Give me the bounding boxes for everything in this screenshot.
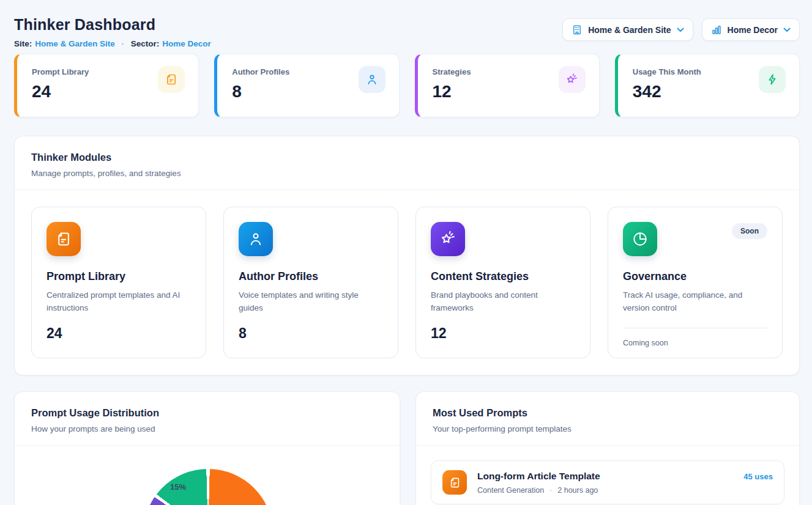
site-selector-label: Home & Garden Site	[588, 25, 671, 35]
header: Thinker Dashboard Site: Home & Garden Si…	[14, 15, 800, 48]
stat-card-author-profiles: Author Profiles 8	[214, 54, 399, 117]
stat-card-usage: Usage This Month 342	[615, 54, 800, 117]
prompt-category: Content Generation	[477, 486, 544, 495]
module-title: Author Profiles	[239, 270, 383, 283]
usage-donut-chart: 15%	[143, 469, 273, 505]
document-icon	[47, 222, 81, 256]
stats-row: Prompt Library 24 Author Profiles 8	[14, 54, 800, 117]
bar-chart-icon	[711, 24, 722, 35]
module-title: Governance	[623, 270, 767, 283]
module-card-author-profiles[interactable]: Author Profiles Voice templates and writ…	[223, 207, 398, 358]
sparkle-star-icon	[559, 66, 586, 93]
stat-card-strategies: Strategies 12	[415, 54, 600, 117]
module-card-prompt-library[interactable]: Prompt Library Centralized prompt templa…	[31, 207, 206, 358]
usage-distribution-panel: Prompt Usage Distribution How your promp…	[14, 391, 400, 505]
lightning-icon	[759, 66, 786, 93]
prompt-time: 2 hours ago	[557, 486, 598, 495]
module-count: 8	[239, 325, 383, 342]
prompt-list-item[interactable]: Long-form Article Template Content Gener…	[431, 460, 784, 504]
breadcrumb: Site: Home & Garden Site · Sector: Home …	[14, 39, 211, 48]
soon-badge: Soon	[732, 223, 767, 239]
module-description: Track AI usage, compliance, and version …	[623, 289, 767, 315]
header-selectors: Home & Garden Site Home Decor	[562, 18, 800, 41]
usage-title: Prompt Usage Distribution	[31, 407, 383, 419]
module-card-content-strategies[interactable]: Content Strategies Brand playbooks and c…	[415, 207, 590, 358]
prompt-title: Long-form Article Template	[477, 471, 733, 482]
document-icon	[158, 66, 185, 93]
site-label: Site:	[14, 39, 32, 48]
most-used-prompts-panel: Most Used Prompts Your top-performing pr…	[415, 391, 800, 505]
module-description: Centralized prompt templates and AI inst…	[47, 289, 191, 315]
prompts-panel-header: Most Used Prompts Your top-performing pr…	[416, 392, 799, 446]
separator-dot: ·	[549, 486, 552, 495]
module-count: 12	[431, 325, 575, 342]
prompts-list: Long-form Article Template Content Gener…	[416, 446, 799, 505]
header-left: Thinker Dashboard Site: Home & Garden Si…	[14, 15, 211, 48]
modules-subtitle: Manage prompts, profiles, and strategies	[31, 169, 783, 178]
sector-label: Sector:	[131, 39, 160, 48]
module-description: Brand playbooks and content frameworks	[431, 289, 575, 315]
sector-selector-button[interactable]: Home Decor	[702, 18, 800, 41]
stat-card-prompt-library: Prompt Library 24	[14, 54, 199, 117]
bottom-row: Prompt Usage Distribution How your promp…	[14, 391, 800, 505]
sector-link[interactable]: Home Decor	[162, 39, 211, 48]
usage-panel-header: Prompt Usage Distribution How your promp…	[15, 392, 400, 446]
site-link[interactable]: Home & Garden Site	[35, 39, 115, 48]
chevron-down-icon	[783, 28, 791, 32]
document-icon	[442, 470, 467, 495]
module-count: 24	[47, 325, 191, 342]
usage-subtitle: How your prompts are being used	[31, 424, 383, 433]
dashboard-page: Thinker Dashboard Site: Home & Garden Si…	[0, 0, 812, 505]
module-title: Prompt Library	[47, 270, 191, 283]
module-description: Voice templates and writing style guides	[239, 289, 383, 315]
prompt-info: Long-form Article Template Content Gener…	[477, 471, 733, 495]
module-title: Content Strategies	[431, 270, 575, 283]
donut-segment-label: 15%	[170, 482, 186, 492]
user-icon	[359, 66, 386, 93]
prompts-title: Most Used Prompts	[433, 407, 783, 419]
module-footer: Coming soon	[623, 339, 767, 347]
prompt-meta: Content Generation · 2 hours ago	[477, 486, 733, 495]
chevron-down-icon	[677, 28, 684, 32]
divider	[623, 328, 767, 328]
user-icon	[239, 222, 273, 256]
building-icon	[572, 24, 583, 35]
sector-selector-label: Home Decor	[728, 25, 778, 35]
modules-grid: Prompt Library Centralized prompt templa…	[15, 190, 799, 375]
prompts-subtitle: Your top-performing prompt templates	[433, 424, 783, 433]
separator-dot: ·	[122, 40, 124, 48]
site-selector-button[interactable]: Home & Garden Site	[562, 18, 693, 41]
module-card-governance[interactable]: Soon Governance Track AI usage, complian…	[608, 207, 783, 358]
pie-chart-icon	[623, 222, 657, 256]
prompt-uses-badge: 45 uses	[743, 472, 773, 481]
modules-panel: Thinker Modules Manage prompts, profiles…	[14, 136, 800, 375]
modules-panel-header: Thinker Modules Manage prompts, profiles…	[15, 136, 799, 190]
page-title: Thinker Dashboard	[14, 16, 211, 34]
modules-title: Thinker Modules	[31, 152, 783, 163]
sparkle-star-icon	[431, 222, 465, 256]
